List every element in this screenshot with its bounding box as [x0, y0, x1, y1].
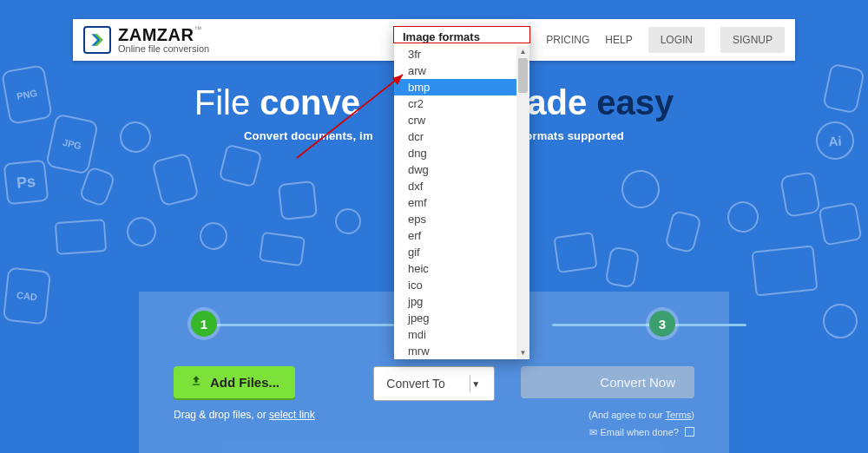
bg-doodle	[151, 152, 200, 207]
upload-icon	[189, 375, 203, 390]
bg-doodle	[820, 301, 860, 341]
bg-doodle	[259, 232, 306, 267]
format-option[interactable]: mrw	[394, 343, 529, 359]
add-files-button[interactable]: Add Files...	[174, 366, 295, 398]
logo-icon	[83, 26, 111, 54]
format-option[interactable]: mdi	[394, 326, 529, 343]
format-option[interactable]: jpg	[394, 293, 529, 310]
bg-doodle: Ps	[3, 160, 49, 206]
scroll-down-icon[interactable]: ▼	[516, 347, 529, 359]
bg-doodle: CAD	[3, 267, 51, 325]
bg-doodle	[55, 219, 108, 255]
bg-doodle	[819, 202, 863, 246]
login-button[interactable]: LOGIN	[648, 27, 705, 53]
email-when-done-label: Email when done?	[600, 427, 679, 437]
scroll-thumb[interactable]	[518, 58, 528, 93]
bg-doodle	[619, 167, 663, 212]
bg-doodle	[553, 232, 597, 273]
format-option[interactable]: dwg	[394, 161, 529, 178]
logo[interactable]: ZAMZAR™ Online file conversion	[83, 26, 209, 54]
email-when-done-checkbox[interactable]	[685, 427, 694, 437]
format-option[interactable]: 3fr	[394, 46, 529, 62]
bg-doodle	[751, 245, 818, 296]
dropdown-header: Image formats	[394, 27, 529, 46]
convert-now-button[interactable]: Convert Now	[521, 366, 694, 398]
format-option[interactable]: gif	[394, 244, 529, 260]
format-option[interactable]: crw	[394, 112, 529, 128]
select-link[interactable]: select link	[269, 409, 315, 421]
bg-doodle	[779, 171, 821, 218]
step-badge-1: 1	[191, 311, 217, 337]
format-option[interactable]: arw	[394, 62, 529, 79]
format-option[interactable]: heic	[394, 260, 529, 277]
bg-doodle	[278, 181, 318, 220]
terms-link[interactable]: Terms	[665, 410, 691, 420]
format-option[interactable]: dxf	[394, 178, 529, 194]
step-line	[205, 324, 399, 326]
format-option[interactable]: eps	[394, 211, 529, 227]
step-badge-3: 3	[649, 311, 675, 337]
scroll-up-icon[interactable]: ▲	[516, 46, 529, 58]
signup-button[interactable]: SIGNUP	[720, 27, 785, 53]
drag-drop-hint: Drag & drop files, or select link	[174, 409, 347, 421]
format-option[interactable]: emf	[394, 194, 529, 211]
format-option[interactable]: jpeg	[394, 310, 529, 326]
format-dropdown: Image formats 3fr arw bmp cr2 crw dcr dn…	[394, 27, 529, 359]
format-option[interactable]: erf	[394, 227, 529, 244]
format-option[interactable]: cr2	[394, 95, 529, 112]
dropdown-list: 3fr arw bmp cr2 crw dcr dng dwg dxf emf …	[394, 46, 529, 359]
convert-to-select[interactable]: Convert To ▼	[373, 366, 494, 401]
terms-hint: (And agree to our Terms) ✉ Email when do…	[521, 407, 694, 442]
tm-mark: ™	[194, 25, 201, 34]
format-option[interactable]: dng	[394, 145, 529, 161]
bg-doodle	[604, 246, 640, 288]
convert-to-label: Convert To	[386, 377, 444, 391]
dropdown-scrollbar[interactable]: ▲ ▼	[516, 46, 529, 359]
nav-link[interactable]: HELP	[605, 34, 632, 46]
bg-doodle	[124, 214, 158, 248]
brand-name: ZAMZAR	[118, 25, 194, 44]
bg-doodle	[197, 220, 229, 252]
format-option[interactable]: dcr	[394, 128, 529, 145]
email-icon: ✉	[589, 427, 597, 437]
format-option-selected[interactable]: bmp	[394, 79, 529, 95]
bg-doodle	[219, 144, 263, 188]
bg-doodle	[333, 207, 364, 237]
format-option[interactable]: ico	[394, 277, 529, 293]
bg-doodle	[664, 210, 702, 254]
brand-tagline: Online file conversion	[118, 44, 209, 54]
add-files-label: Add Files...	[210, 375, 279, 390]
bg-doodle	[725, 199, 761, 235]
chevron-down-icon: ▼	[470, 375, 482, 392]
nav-link[interactable]: PRICING	[546, 34, 589, 46]
